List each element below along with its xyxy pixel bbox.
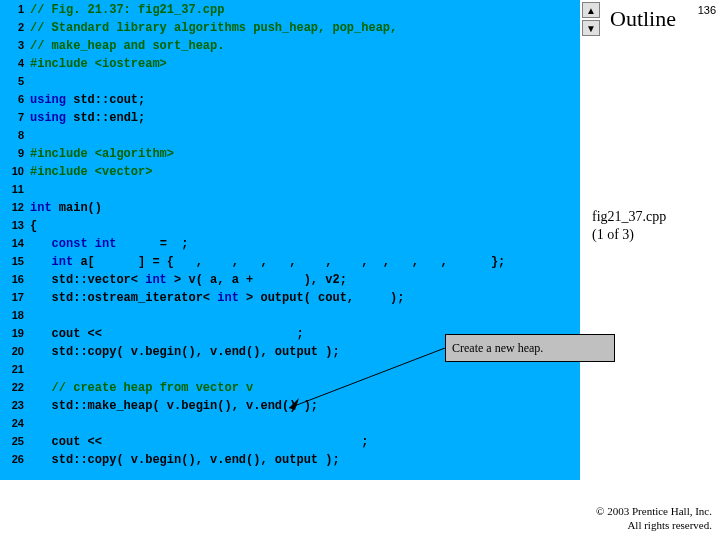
outline-heading: Outline — [610, 6, 676, 32]
line-number: 18 — [0, 306, 30, 324]
code-line: 16 std::vector< int > v( a, a + ), v2; — [0, 270, 580, 288]
line-number: 11 — [0, 180, 30, 198]
code-line: 12int main() — [0, 198, 580, 216]
code-line: 14 const int = ; — [0, 234, 580, 252]
nav-up-button[interactable]: ▲ — [582, 2, 600, 18]
code-line: 15 int a[ ] = { , , , , , , , , , }; — [0, 252, 580, 270]
code-line: 3// make_heap and sort_heap. — [0, 36, 580, 54]
code-line: 17 std::ostream_iterator< int > output( … — [0, 288, 580, 306]
code-text: using std::cout; — [30, 91, 145, 109]
code-line: 11 — [0, 180, 580, 198]
figure-label: fig21_37.cpp (1 of 3) — [592, 208, 666, 244]
code-text: using std::endl; — [30, 109, 145, 127]
code-line: 21 — [0, 360, 580, 378]
code-line: 13{ — [0, 216, 580, 234]
code-line: 2// Standard library algorithms push_hea… — [0, 18, 580, 36]
line-number: 25 — [0, 432, 30, 450]
copyright-block: © 2003 Prentice Hall, Inc. All rights re… — [596, 504, 712, 532]
code-text: std::ostream_iterator< int > output( cou… — [30, 289, 404, 307]
code-text: int main() — [30, 199, 102, 217]
code-line: 25 cout << ; — [0, 432, 580, 450]
code-line: 9#include <algorithm> — [0, 144, 580, 162]
code-line: 8 — [0, 126, 580, 144]
line-number: 1 — [0, 0, 30, 18]
line-number: 13 — [0, 216, 30, 234]
code-text: // make_heap and sort_heap. — [30, 37, 224, 55]
line-number: 3 — [0, 36, 30, 54]
line-number: 21 — [0, 360, 30, 378]
line-number: 6 — [0, 90, 30, 108]
code-text: std::copy( v.begin(), v.end(), output ); — [30, 451, 340, 469]
code-text: std::copy( v.begin(), v.end(), output ); — [30, 343, 340, 361]
nav-down-button[interactable]: ▼ — [582, 20, 600, 36]
code-line: 18 — [0, 306, 580, 324]
line-number: 20 — [0, 342, 30, 360]
line-number: 14 — [0, 234, 30, 252]
copyright-line-1: © 2003 Prentice Hall, Inc. — [596, 505, 712, 517]
code-text: #include <algorithm> — [30, 145, 174, 163]
code-line: 1// Fig. 21.37: fig21_37.cpp — [0, 0, 580, 18]
code-text: #include <vector> — [30, 163, 152, 181]
code-text: std::vector< int > v( a, a + ), v2; — [30, 271, 347, 289]
page-number: 136 — [698, 4, 716, 16]
line-number: 15 — [0, 252, 30, 270]
figure-part: (1 of 3) — [592, 227, 634, 242]
figure-filename: fig21_37.cpp — [592, 209, 666, 224]
code-line: 23 std::make_heap( v.begin(), v.end() ); — [0, 396, 580, 414]
code-line: 26 std::copy( v.begin(), v.end(), output… — [0, 450, 580, 468]
code-line: 24 — [0, 414, 580, 432]
callout-box: Create a new heap. — [445, 334, 615, 362]
line-number: 19 — [0, 324, 30, 342]
code-line: 5 — [0, 72, 580, 90]
code-line: 6using std::cout; — [0, 90, 580, 108]
code-area: 1// Fig. 21.37: fig21_37.cpp2// Standard… — [0, 0, 580, 480]
code-line: 4#include <iostream> — [0, 54, 580, 72]
code-text: int a[ ] = { , , , , , , , , , }; — [30, 253, 505, 271]
nav-button-group: ▲ ▼ — [582, 2, 602, 38]
callout-text: Create a new heap. — [452, 341, 543, 356]
code-text: cout << ; — [30, 325, 304, 343]
line-number: 9 — [0, 144, 30, 162]
code-line: 10#include <vector> — [0, 162, 580, 180]
code-line: 22 // create heap from vector v — [0, 378, 580, 396]
line-number: 26 — [0, 450, 30, 468]
line-number: 12 — [0, 198, 30, 216]
copyright-line-2: All rights reserved. — [627, 519, 712, 531]
code-text: const int = ; — [30, 235, 188, 253]
code-text: std::make_heap( v.begin(), v.end() ); — [30, 397, 318, 415]
code-text: #include <iostream> — [30, 55, 167, 73]
line-number: 7 — [0, 108, 30, 126]
code-text: cout << ; — [30, 433, 368, 451]
line-number: 2 — [0, 18, 30, 36]
line-number: 10 — [0, 162, 30, 180]
line-number: 23 — [0, 396, 30, 414]
line-number: 5 — [0, 72, 30, 90]
code-text: // Standard library algorithms push_heap… — [30, 19, 397, 37]
line-number: 17 — [0, 288, 30, 306]
code-text: // create heap from vector v — [30, 379, 253, 397]
line-number: 22 — [0, 378, 30, 396]
chevron-down-icon: ▼ — [586, 23, 596, 34]
line-number: 24 — [0, 414, 30, 432]
code-line: 7using std::endl; — [0, 108, 580, 126]
line-number: 8 — [0, 126, 30, 144]
code-text: { — [30, 217, 37, 235]
line-number: 16 — [0, 270, 30, 288]
slide: 1// Fig. 21.37: fig21_37.cpp2// Standard… — [0, 0, 720, 540]
code-text: // Fig. 21.37: fig21_37.cpp — [30, 1, 224, 19]
chevron-up-icon: ▲ — [586, 5, 596, 16]
line-number: 4 — [0, 54, 30, 72]
